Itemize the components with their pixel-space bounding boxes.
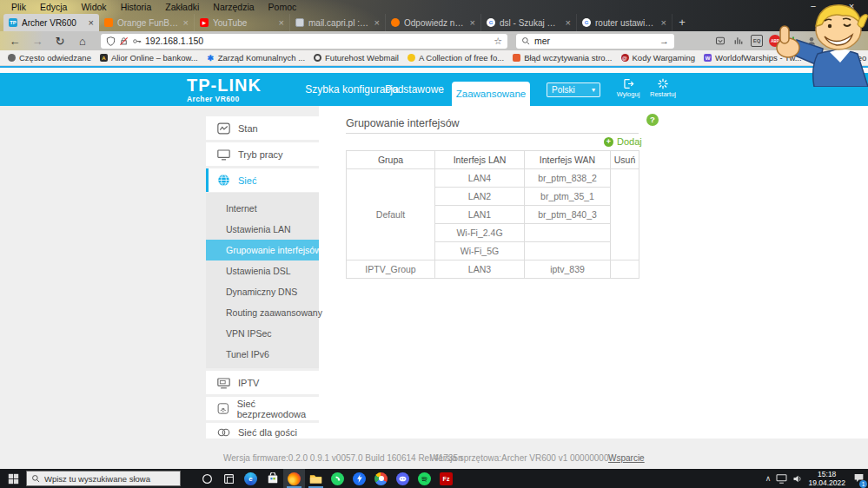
bookmark-star-icon[interactable]: ☆: [494, 36, 502, 47]
reader-lines-icon[interactable]: [732, 35, 745, 47]
close-tab-icon[interactable]: ×: [89, 17, 94, 28]
file-explorer-taskbar-icon[interactable]: [305, 469, 327, 488]
cortana-button[interactable]: [196, 469, 218, 488]
bookmark-label: Prime Video: [822, 53, 867, 63]
task-view-button[interactable]: [218, 469, 240, 488]
insecure-lock-icon[interactable]: [119, 36, 129, 46]
close-tab-icon[interactable]: ×: [183, 17, 189, 28]
logout-button[interactable]: Wyloguj: [612, 78, 645, 98]
menu-historia[interactable]: Historia: [115, 1, 158, 13]
avast-extension-icon[interactable]: [824, 35, 836, 47]
bookmark-blad-wczytywania[interactable]: Błąd wczytywania stro...: [508, 53, 616, 63]
notification-center-button[interactable]: 1: [853, 471, 865, 486]
sidebar-item-stan[interactable]: Stan: [206, 116, 319, 140]
nav-zaawansowane-active[interactable]: Zaawansowane: [452, 82, 530, 106]
eq-extension-icon[interactable]: EQ: [751, 35, 763, 47]
adblock-plus-icon[interactable]: ABP: [769, 35, 781, 47]
sidebar-item-siec-bezprzewodowa[interactable]: Sieć bezprzewodowa: [206, 397, 319, 420]
edge-taskbar-icon[interactable]: e: [240, 469, 262, 488]
taskbar-search-box[interactable]: Wpisz tu wyszukiwane słowa: [26, 471, 181, 486]
home-button[interactable]: ⌂: [71, 35, 94, 48]
tray-expand-chevron[interactable]: ∧: [765, 474, 772, 483]
tab-dsl-szukaj[interactable]: G dsl - Szukaj w Google ×: [481, 14, 577, 31]
url-text[interactable]: 192.168.1.150: [145, 36, 490, 46]
warships-favicon: W: [704, 54, 712, 62]
submenu-ustawienia-dsl[interactable]: Ustawienia DSL: [206, 260, 319, 281]
close-tab-icon[interactable]: ×: [566, 17, 571, 28]
nav-podstawowe[interactable]: Podstawowe: [384, 73, 445, 106]
hamburger-menu-icon[interactable]: ≡: [842, 35, 854, 47]
close-tab-icon[interactable]: ×: [374, 17, 380, 28]
sidebar-item-iptv[interactable]: IPTV: [206, 371, 319, 394]
filezilla-taskbar-icon[interactable]: Fz: [435, 469, 457, 488]
submenu-dynamiczny-dns[interactable]: Dynamiczny DNS: [206, 281, 319, 302]
tab-orange-funbox[interactable]: Orange FunBox 2.0 ×: [99, 14, 195, 31]
submenu-grupowanie-interfejsow[interactable]: Grupowanie interfejsów: [206, 240, 319, 260]
add-button[interactable]: + Dodaj: [604, 136, 642, 147]
chrome-taskbar-icon[interactable]: [370, 469, 392, 488]
tracking-shield-icon[interactable]: [106, 36, 116, 46]
submenu-vpn-ipsec[interactable]: VPN IPSec: [206, 323, 319, 344]
menu-widok[interactable]: Widok: [75, 1, 112, 13]
discord-taskbar-icon[interactable]: [392, 469, 414, 488]
firefox-taskbar-icon[interactable]: [283, 469, 305, 488]
restart-button[interactable]: Restartuj: [645, 78, 681, 98]
support-link[interactable]: Wsparcie: [608, 453, 645, 463]
tab-router-ustawienia[interactable]: G router ustawienia mer - Szukaj... ×: [577, 14, 673, 31]
menu-plik[interactable]: Plik: [5, 1, 32, 13]
menu-pomoc[interactable]: Pomoc: [262, 1, 303, 13]
bookmark-worldofwarships[interactable]: WWorldofWarships - Tw...: [699, 53, 806, 63]
close-tab-icon[interactable]: ×: [470, 17, 475, 28]
submenu-tunel-ipv6[interactable]: Tunel IPv6: [206, 344, 319, 365]
language-select[interactable]: Polski ▾: [547, 82, 600, 97]
menu-edycja[interactable]: Edycja: [34, 1, 74, 13]
bookmark-zarzad[interactable]: ✱Zarząd Komunalnych ...: [202, 53, 309, 63]
submenu-ustawienia-lan[interactable]: Ustawienia LAN: [206, 219, 319, 240]
search-bar[interactable]: →: [516, 34, 674, 49]
whatsapp-taskbar-icon[interactable]: [327, 469, 348, 488]
tab-odpowiedz[interactable]: Odpowiedz na wiadomość - N... ×: [386, 14, 481, 31]
reload-button[interactable]: ↻: [49, 35, 71, 48]
submenu-routing-zaawansowany[interactable]: Routing zaawansowany: [206, 302, 319, 323]
store-taskbar-icon[interactable]: [262, 469, 283, 488]
tab-mail-capri[interactable]: mail.capri.pl :: Odebrane ×: [290, 14, 386, 31]
bookmark-kody-wargaming[interactable]: @Kody Wargaming: [617, 53, 700, 63]
close-window-button[interactable]: ×: [839, 1, 864, 13]
account-avatar-icon[interactable]: [805, 35, 818, 47]
tab-youtube[interactable]: ▶ YouTube ×: [195, 14, 290, 31]
start-button[interactable]: [0, 469, 26, 488]
back-button[interactable]: ←: [3, 35, 26, 48]
speaker-icon[interactable]: [792, 474, 803, 484]
tab-archer-vr600[interactable]: TP Archer VR600 ×: [3, 14, 99, 31]
pocket-icon[interactable]: [714, 35, 726, 47]
menu-narzedzia[interactable]: Narzędzia: [207, 1, 260, 13]
bookmark-free-fonts[interactable]: A Collection of free fo...: [403, 53, 508, 63]
menu-zakladki[interactable]: Zakładki: [159, 1, 205, 13]
forward-button[interactable]: →: [26, 35, 49, 48]
bookmark-prime-video[interactable]: ▶Prime Video: [806, 53, 868, 63]
close-tab-icon[interactable]: ×: [279, 17, 284, 28]
new-tab-button[interactable]: +: [673, 14, 692, 31]
sidebar-item-siec-dla-gosci[interactable]: Sieć dla gości: [206, 423, 319, 439]
network-icon[interactable]: [776, 474, 787, 484]
bookmark-czesto-odwiedzane[interactable]: Często odwiedzane: [3, 53, 96, 63]
download-manager-icon[interactable]: [787, 35, 799, 47]
spotify-taskbar-icon[interactable]: [414, 469, 435, 488]
sidebar-item-siec[interactable]: Sieć: [206, 168, 319, 192]
group-name-cell: IPTV_Group: [347, 260, 435, 279]
minimize-window-button[interactable]: −: [801, 1, 825, 13]
submenu-internet[interactable]: Internet: [206, 198, 319, 219]
search-input[interactable]: [534, 36, 655, 46]
help-button[interactable]: ?: [646, 114, 659, 126]
key-icon[interactable]: [132, 36, 142, 46]
taskbar-clock[interactable]: 15:18 19.04.2022: [808, 470, 845, 487]
bookmark-alior[interactable]: AAlior Online – bankow...: [96, 53, 202, 63]
close-tab-icon[interactable]: ×: [661, 17, 666, 28]
tab-title: Odpowiedz na wiadomość - N...: [404, 18, 466, 28]
address-bar[interactable]: 192.168.1.150 ☆: [101, 34, 507, 49]
search-go-icon[interactable]: →: [659, 36, 669, 46]
taskbar-search-placeholder: Wpisz tu wyszukiwane słowa: [44, 474, 150, 484]
blue-lightning-app-icon[interactable]: [348, 469, 370, 488]
sidebar-item-tryb-pracy[interactable]: Tryb pracy: [206, 142, 319, 166]
bookmark-futurehost[interactable]: Futurehost Webmail: [309, 53, 403, 63]
